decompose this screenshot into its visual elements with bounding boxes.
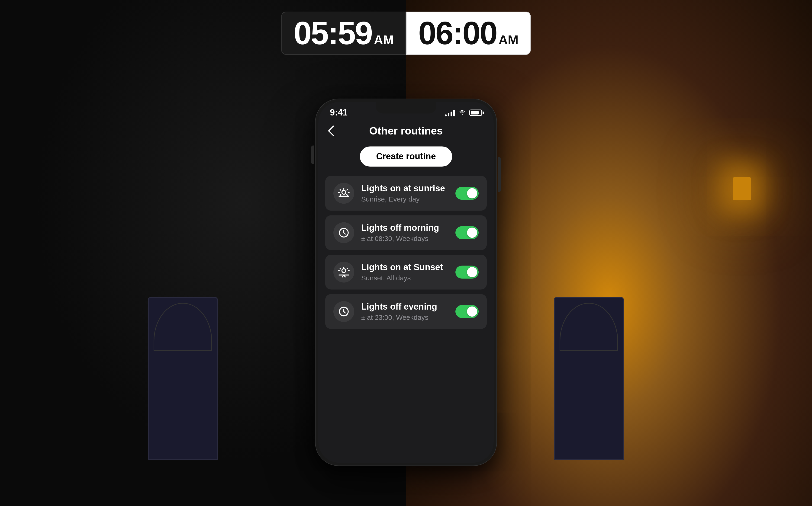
routine-item-sunrise[interactable]: Lights on at sunrise Sunrise, Every day: [325, 176, 487, 210]
signal-icon: [445, 109, 455, 116]
toggle-knob-sunset: [467, 267, 477, 277]
routine-desc-sunrise: Sunrise, Every day: [361, 195, 449, 203]
routine-icon-clock1: [333, 222, 354, 243]
routine-icon-clock2: [333, 301, 354, 322]
time-display-right: 06:00 AM: [406, 12, 531, 55]
door-right: [554, 297, 624, 459]
routine-icon-sunset: [333, 262, 354, 282]
create-button-wrapper: Create routine: [325, 146, 487, 167]
time-ampm-right: AM: [499, 33, 518, 47]
time-bar: 05:59 AM 06:00 AM: [281, 12, 531, 55]
routine-name-morning-off: Lights off morning: [361, 223, 449, 233]
routines-list: Lights on at sunrise Sunrise, Every day: [325, 176, 487, 329]
routine-info-sunrise: Lights on at sunrise Sunrise, Every day: [361, 183, 449, 203]
time-digits-left: 05:59: [294, 17, 372, 50]
toggle-sunrise[interactable]: [456, 187, 479, 200]
svg-point-0: [462, 114, 463, 115]
routine-name-sunset: Lights on at Sunset: [361, 262, 449, 272]
app-content: Other routines Create routine: [318, 120, 494, 329]
wall-light-right: [733, 177, 751, 200]
routine-name-sunrise: Lights on at sunrise: [361, 183, 449, 193]
routine-desc-evening-off: ± at 23:00, Weekdays: [361, 314, 449, 321]
toggle-knob-sunrise: [467, 188, 477, 198]
routine-info-sunset: Lights on at Sunset Sunset, All days: [361, 262, 449, 282]
svg-point-1: [342, 190, 346, 194]
toggle-knob-evening-off: [467, 306, 477, 317]
status-icons: [445, 109, 482, 117]
wifi-icon: [459, 109, 466, 117]
routine-icon-sunrise: [333, 183, 354, 203]
phone-screen: 9:41: [318, 102, 494, 462]
phone-body: 9:41: [316, 99, 496, 466]
battery-icon: [469, 109, 482, 116]
battery-fill: [471, 111, 479, 114]
phone-notch: [376, 102, 436, 113]
create-routine-button[interactable]: Create routine: [360, 146, 452, 167]
routine-desc-morning-off: ± at 08:30, Weekdays: [361, 235, 449, 243]
routine-item-sunset[interactable]: Lights on at Sunset Sunset, All days: [325, 255, 487, 289]
toggle-sunset[interactable]: [456, 265, 479, 278]
routine-info-evening-off: Lights off evening ± at 23:00, Weekdays: [361, 302, 449, 321]
time-digits-right: 06:00: [418, 17, 497, 50]
nav-bar: Other routines: [325, 120, 487, 139]
toggle-morning-off[interactable]: [456, 226, 479, 239]
routine-item-morning-off[interactable]: Lights off morning ± at 08:30, Weekdays: [325, 215, 487, 250]
svg-point-3: [342, 269, 346, 273]
routine-info-morning-off: Lights off morning ± at 08:30, Weekdays: [361, 223, 449, 243]
page-title: Other routines: [369, 124, 443, 137]
door-left: [148, 297, 218, 459]
toggle-evening-off[interactable]: [456, 305, 479, 318]
toggle-knob-morning-off: [467, 228, 477, 238]
phone: 9:41: [316, 99, 496, 466]
time-ampm-left: AM: [374, 33, 394, 47]
status-time: 9:41: [330, 108, 347, 117]
time-display-left: 05:59 AM: [281, 12, 406, 55]
routine-desc-sunset: Sunset, All days: [361, 274, 449, 282]
routine-item-evening-off[interactable]: Lights off evening ± at 23:00, Weekdays: [325, 294, 487, 329]
back-button[interactable]: [325, 123, 337, 139]
routine-name-evening-off: Lights off evening: [361, 302, 449, 312]
